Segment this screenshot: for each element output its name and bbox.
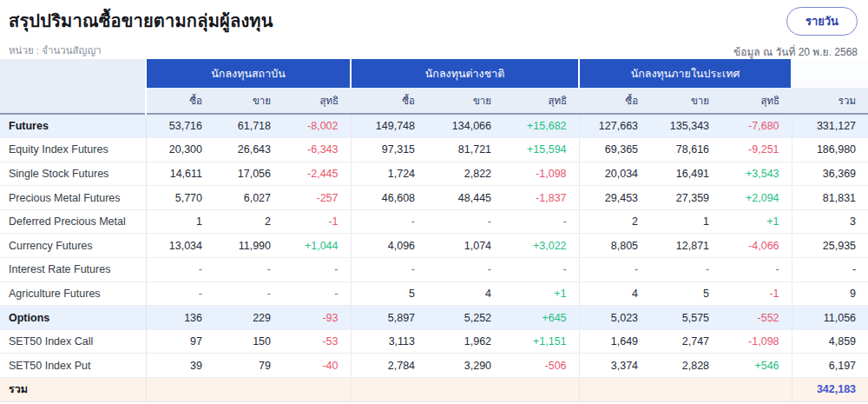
value-cell: 2,747 (650, 329, 721, 354)
group-header-row: นักลงทุนสถาบัน นักลงทุนต่างชาติ นักลงทุน… (0, 59, 868, 88)
col-header-net-1: สุทธิ (283, 88, 351, 114)
value-cell: -506 (503, 354, 579, 378)
value-cell: 3,374 (579, 354, 650, 378)
value-cell: 134,066 (427, 114, 503, 138)
value-cell: 1 (650, 209, 721, 234)
value-cell: -4,066 (721, 234, 792, 258)
investor-volume-table: นักลงทุนสถาบัน นักลงทุนต่างชาติ นักลงทุน… (0, 59, 868, 402)
row-total-cell: 25,935 (792, 234, 868, 258)
title-block: สรุปปริมาณซื้อขายตามกลุ่มผู้ลงทุน หน่วย … (9, 7, 273, 58)
value-cell: - (503, 258, 579, 282)
topbar-right: รายวัน ข้อมูล ณ วันที่ 20 พ.ย. 2568 (733, 7, 858, 60)
col-header-net-3: สุทธิ (721, 88, 792, 114)
value-cell: 5,252 (427, 306, 503, 330)
value-cell: - (579, 258, 650, 282)
value-cell: 26,643 (214, 138, 283, 162)
value-cell: 2 (214, 209, 283, 234)
row-label: Single Stock Futures (0, 162, 146, 186)
value-cell: +1,151 (503, 329, 579, 354)
value-cell: +15,594 (503, 138, 579, 162)
value-cell: 2 (579, 209, 650, 234)
value-cell: +3,022 (503, 234, 579, 258)
value-cell: - (427, 258, 503, 282)
value-cell: -93 (283, 306, 351, 330)
value-cell: 5 (650, 281, 721, 306)
value-cell: +2,094 (721, 186, 792, 210)
table-row: Futures53,71661,718-8,002149,748134,066+… (0, 114, 868, 138)
value-cell: 13,034 (146, 234, 214, 258)
value-cell: +1 (503, 281, 579, 306)
row-total-cell: 81,831 (792, 186, 868, 210)
value-cell: 17,056 (214, 162, 283, 186)
value-cell (503, 378, 579, 402)
value-cell: -1,098 (503, 162, 579, 186)
value-cell (427, 378, 503, 402)
daily-period-button[interactable]: รายวัน (786, 7, 858, 36)
value-cell: -8,002 (283, 114, 351, 138)
value-cell (214, 378, 283, 402)
value-cell: +1,044 (283, 234, 351, 258)
value-cell: - (146, 281, 214, 306)
page-title: สรุปปริมาณซื้อขายตามกลุ่มผู้ลงทุน (9, 7, 273, 35)
value-cell: -2,445 (283, 162, 351, 186)
col-header-sell-1: ขาย (214, 88, 283, 114)
unit-label: หน่วย : จำนวนสัญญา (9, 43, 273, 58)
value-cell: 8,805 (579, 234, 650, 258)
value-cell: - (351, 258, 427, 282)
value-cell: -1 (283, 209, 351, 234)
value-cell: - (214, 281, 283, 306)
value-cell (721, 378, 792, 402)
value-cell: 5,023 (579, 306, 650, 330)
value-cell: 136 (146, 306, 214, 330)
row-total-cell: - (792, 258, 868, 282)
value-cell: 16,491 (650, 162, 721, 186)
value-cell: 78,616 (650, 138, 721, 162)
value-cell: +546 (721, 354, 792, 378)
row-label: Agriculture Futures (0, 281, 146, 306)
value-cell: 5,897 (351, 306, 427, 330)
value-cell: -40 (283, 354, 351, 378)
row-label: Interest Rate Futures (0, 258, 146, 282)
value-cell: - (214, 258, 283, 282)
col-header-total: รวม (792, 88, 868, 114)
value-cell: 5 (351, 281, 427, 306)
table-row: Deferred Precious Metal12-1---21+13 (0, 209, 868, 234)
value-cell: 53,716 (146, 114, 214, 138)
value-cell: 20,034 (579, 162, 650, 186)
value-cell: 14,611 (146, 162, 214, 186)
value-cell: 6,027 (214, 186, 283, 210)
value-cell: 2,822 (427, 162, 503, 186)
table-row: Interest Rate Futures---------- (0, 258, 868, 282)
group-header-domestic: นักลงทุนภายในประเทศ (579, 59, 792, 88)
value-cell: 5,575 (650, 306, 721, 330)
value-cell: 39 (146, 354, 214, 378)
value-cell: - (351, 209, 427, 234)
value-cell: 5,770 (146, 186, 214, 210)
row-total-cell: 36,369 (792, 162, 868, 186)
group-header-institutional: นักลงทุนสถาบัน (146, 59, 351, 88)
value-cell: 20,300 (146, 138, 214, 162)
value-cell: -552 (721, 306, 792, 330)
value-cell: 229 (214, 306, 283, 330)
col-header-buy-1: ซื้อ (146, 88, 214, 114)
value-cell: 81,721 (427, 138, 503, 162)
value-cell: 69,365 (579, 138, 650, 162)
value-cell: - (283, 281, 351, 306)
grand-total-row: รวม342,183 (0, 378, 868, 402)
value-cell: 2,828 (650, 354, 721, 378)
value-cell: -1,837 (503, 186, 579, 210)
value-cell: -7,680 (721, 114, 792, 138)
value-cell (146, 378, 214, 402)
value-cell: -1,098 (721, 329, 792, 354)
row-label: Precious Metal Futures (0, 186, 146, 210)
value-cell (283, 378, 351, 402)
value-cell: 149,748 (351, 114, 427, 138)
row-label: Equity Index Futures (0, 138, 146, 162)
value-cell: - (146, 258, 214, 282)
row-label: Futures (0, 114, 146, 138)
value-cell (579, 378, 650, 402)
row-total-cell: 3 (792, 209, 868, 234)
value-cell: - (503, 209, 579, 234)
value-cell: -6,343 (283, 138, 351, 162)
value-cell: 1 (146, 209, 214, 234)
